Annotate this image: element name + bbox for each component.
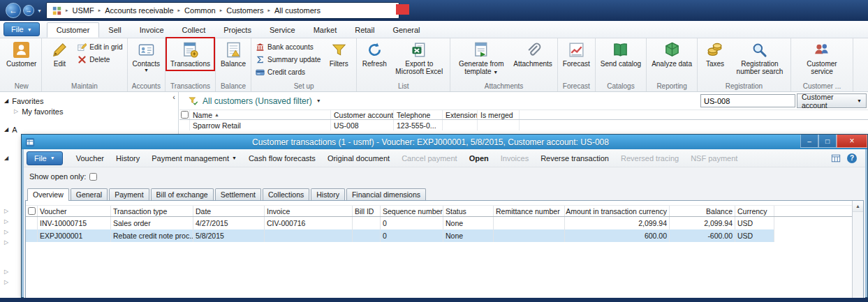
file-menu-button[interactable]: File▼ (3, 22, 40, 36)
send-catalog-button[interactable]: Send catalog (598, 40, 643, 68)
tree-collapsed-icon[interactable]: ▷ (4, 229, 8, 235)
back-button[interactable]: ← (6, 3, 21, 18)
delete-button[interactable]: Delete (76, 54, 124, 65)
menu-open[interactable]: Open (469, 154, 489, 163)
dialog-file-menu-button[interactable]: File▼ (27, 151, 63, 165)
breadcrumb-item-company[interactable]: USMF (72, 6, 94, 15)
column-header-extension[interactable]: Extension (443, 110, 478, 119)
tab-market[interactable]: Market (304, 22, 346, 37)
transaction-row-selected[interactable]: EXPJ000001 Rebate credit note proc... 5/… (26, 229, 774, 242)
analyze-data-button[interactable]: Analyze data (649, 40, 694, 68)
column-header-voucher[interactable]: Voucher (38, 206, 111, 216)
column-header-currency[interactable]: Currency (735, 206, 774, 216)
vertical-scrollbar[interactable]: ▲ (852, 201, 863, 299)
edit-in-grid-button[interactable]: Edit in grid (76, 41, 124, 52)
tab-general[interactable]: General (71, 188, 108, 200)
tab-bill-of-exchange[interactable]: Bill of exchange (151, 188, 214, 200)
column-header-transaction-type[interactable]: Transaction type (111, 206, 193, 216)
edit-button[interactable]: Edit (45, 40, 74, 68)
row-selector-cell[interactable] (26, 217, 38, 229)
column-header-telephone[interactable]: Telephone (394, 110, 443, 119)
filters-button[interactable]: Filters (324, 40, 353, 68)
collapse-pane-icon[interactable]: ‹ (172, 93, 175, 101)
minimize-button[interactable]: – (800, 135, 818, 148)
balance-button[interactable]: Balance (219, 40, 248, 68)
forecast-button[interactable]: Forecast (561, 40, 592, 68)
registration-number-search-button[interactable]: Registration number search (732, 40, 788, 76)
nav-my-favorites[interactable]: ▷ My favorites (0, 106, 178, 116)
tab-payment[interactable]: Payment (109, 188, 149, 200)
tab-sell[interactable]: Sell (99, 22, 130, 37)
select-all-checkbox[interactable] (28, 207, 36, 215)
tab-history[interactable]: History (311, 188, 345, 200)
close-button[interactable]: × (837, 135, 867, 148)
tab-projects[interactable]: Projects (214, 22, 260, 37)
customer-account-filter-input[interactable] (700, 94, 795, 107)
tab-overview[interactable]: Overview (27, 188, 69, 201)
tree-expanded-icon[interactable]: ◢ (4, 127, 8, 133)
column-header-bill-id[interactable]: Bill ID (353, 206, 381, 216)
menu-voucher[interactable]: Voucher (76, 154, 104, 163)
contacts-button[interactable]: Contacts ▼ (131, 40, 162, 73)
taxes-button[interactable]: Taxes (700, 40, 730, 68)
export-to-excel-button[interactable]: Export to Microsoft Excel (391, 40, 447, 76)
refresh-button[interactable]: Refresh (360, 40, 389, 68)
menu-reverse-transaction[interactable]: Reverse transaction (540, 154, 609, 163)
tab-settlement[interactable]: Settlement (215, 188, 261, 200)
maximize-button[interactable]: □ (818, 135, 837, 148)
column-header-remittance-number[interactable]: Remittance number (494, 206, 565, 216)
column-header-invoice[interactable]: Invoice (265, 206, 353, 216)
list-title-dropdown[interactable]: All customers (Unsaved filter) ▼ (189, 96, 321, 106)
select-all-checkbox[interactable] (181, 111, 189, 119)
tab-service[interactable]: Service (260, 22, 304, 37)
bank-accounts-button[interactable]: Bank accounts (254, 41, 322, 52)
tab-financial-dimensions[interactable]: Financial dimensions (346, 188, 426, 200)
tab-customer[interactable]: Customer (47, 22, 100, 38)
column-header-balance[interactable]: Balance (670, 206, 735, 216)
tree-collapsed-icon[interactable]: ▷ (4, 218, 8, 225)
tab-general[interactable]: General (383, 22, 429, 37)
breadcrumb-item-area[interactable]: Common (184, 6, 216, 15)
summary-update-button[interactable]: Summary update (254, 54, 322, 65)
breadcrumb-item-page[interactable]: All customers (274, 6, 321, 15)
attachments-button[interactable]: Attachments (511, 40, 554, 68)
tab-retail[interactable]: Retail (346, 22, 383, 37)
forward-button[interactable]: → (23, 5, 34, 16)
menu-payment-management[interactable]: Payment management▼ (152, 154, 237, 163)
tree-collapsed-icon[interactable]: ▷ (4, 239, 8, 246)
tab-collections[interactable]: Collections (263, 188, 309, 200)
customer-button[interactable]: Customer (4, 40, 38, 68)
tree-collapsed-icon[interactable]: ▷ (4, 269, 8, 275)
column-header-amount[interactable]: Amount in transaction currency (565, 206, 670, 216)
grid-view-icon[interactable] (831, 153, 841, 163)
tree-collapsed-icon[interactable]: ▷ (4, 208, 8, 214)
menu-original-document[interactable]: Original document (328, 154, 390, 163)
column-header-name[interactable]: Name▲ (190, 110, 331, 119)
help-icon[interactable]: ? (847, 153, 857, 163)
row-selector-cell[interactable] (179, 120, 190, 130)
row-selector-cell[interactable] (26, 229, 38, 242)
breadcrumb-item-section[interactable]: Customers (226, 6, 263, 15)
credit-cards-button[interactable]: Credit cards (254, 66, 322, 77)
customer-service-button[interactable]: Customer service (794, 40, 850, 76)
customer-row[interactable]: Sparrow Retail US-008 123-555-0... (179, 120, 868, 130)
dialog-titlebar[interactable]: Customer transactions (1 - usmf) - Vouch… (22, 135, 867, 149)
column-header-status[interactable]: Status (443, 206, 494, 216)
tab-invoice[interactable]: Invoice (131, 22, 173, 37)
nav-favorites[interactable]: ◢ Favorites (0, 96, 178, 106)
nav-partial-node[interactable]: ◢ A (0, 124, 178, 135)
tree-collapsed-icon[interactable]: ▷ (14, 109, 18, 114)
show-open-only-checkbox[interactable] (89, 173, 97, 181)
transactions-button[interactable]: Transactions (168, 40, 212, 68)
generate-from-template-button[interactable]: Generate from template ▼ (453, 40, 509, 76)
transaction-row[interactable]: INV-10000715 Sales order 4/27/2015 CIV-0… (26, 217, 774, 229)
column-header-customer-account[interactable]: Customer account (331, 110, 394, 119)
tab-collect[interactable]: Collect (173, 22, 215, 37)
scroll-up-icon[interactable]: ▲ (853, 201, 863, 212)
menu-history[interactable]: History (116, 154, 140, 163)
column-header-is-merged[interactable]: Is merged (478, 110, 520, 119)
nav-history-chevron-icon[interactable]: ▼ (37, 8, 42, 13)
column-header-sequence-number[interactable]: Sequence number (381, 206, 443, 216)
tree-expanded-icon[interactable]: ◢ (4, 98, 8, 104)
breadcrumb-item-module[interactable]: Accounts receivable (105, 6, 173, 15)
